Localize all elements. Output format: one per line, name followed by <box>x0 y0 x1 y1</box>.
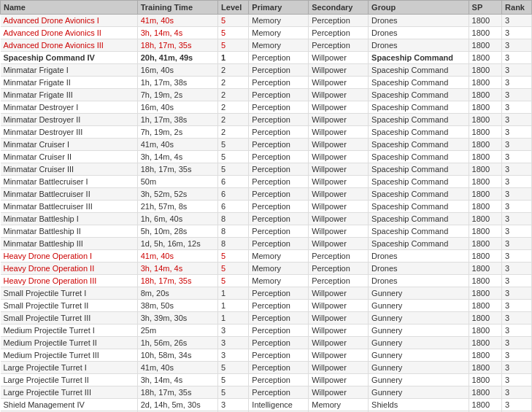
cell-sp: 1800 <box>469 163 502 176</box>
table-row: Heavy Drone Operation II 3h, 14m, 4s 5 M… <box>1 263 532 275</box>
cell-level: 2 <box>218 89 249 101</box>
table-row: Medium Projectile Turret III 10h, 58m, 3… <box>1 349 532 362</box>
cell-time: 21h, 57m, 8s <box>137 201 217 213</box>
cell-primary: Perception <box>249 386 309 399</box>
cell-name: Advanced Drone Avionics II <box>1 27 138 39</box>
cell-level: 1 <box>218 300 249 312</box>
cell-level: 1 <box>218 312 249 324</box>
cell-rank: 3 <box>502 77 532 89</box>
cell-name: Medium Projectile Turret III <box>1 349 138 362</box>
cell-primary: Perception <box>249 201 309 213</box>
table-row: Small Projectile Turret III 3h, 39m, 30s… <box>1 312 532 324</box>
cell-name: Minmatar Battlecruiser III <box>1 201 138 213</box>
cell-name: Minmatar Destroyer III <box>1 126 138 139</box>
cell-group: Spaceship Command <box>369 139 469 151</box>
cell-name: Minmatar Battlecruiser I <box>1 176 138 188</box>
cell-time: 41m, 40s <box>137 362 217 374</box>
cell-primary: Perception <box>249 188 309 201</box>
cell-time: 38m, 50s <box>137 300 217 312</box>
cell-time: 18h, 17m, 35s <box>137 275 217 287</box>
cell-secondary: Willpower <box>309 324 369 337</box>
cell-rank: 3 <box>502 176 532 188</box>
cell-secondary: Willpower <box>309 126 369 139</box>
cell-level: 1 <box>218 287 249 300</box>
cell-sp: 1800 <box>469 39 502 52</box>
cell-level: 2 <box>218 77 249 89</box>
cell-group: Spaceship Command <box>369 225 469 238</box>
cell-sp: 1800 <box>469 386 502 399</box>
cell-rank: 3 <box>502 201 532 213</box>
cell-secondary: Willpower <box>309 362 369 374</box>
cell-secondary: Willpower <box>309 225 369 238</box>
cell-secondary: Willpower <box>309 176 369 188</box>
cell-primary: Perception <box>249 89 309 101</box>
table-row: Large Projectile Turret III 18h, 17m, 35… <box>1 386 532 399</box>
cell-primary: Perception <box>249 374 309 386</box>
cell-sp: 1800 <box>469 250 502 263</box>
cell-level: 3 <box>218 399 249 411</box>
cell-secondary: Willpower <box>309 337 369 349</box>
table-row: Minmatar Frigate III 7h, 19m, 2s 2 Perce… <box>1 89 532 101</box>
cell-name: Advanced Drone Avionics I <box>1 15 138 27</box>
cell-rank: 3 <box>502 374 532 386</box>
cell-sp: 1800 <box>469 275 502 287</box>
cell-level: 5 <box>218 263 249 275</box>
cell-primary: Perception <box>249 213 309 225</box>
cell-sp: 1800 <box>469 263 502 275</box>
cell-group: Drones <box>369 15 469 27</box>
cell-secondary: Perception <box>309 263 369 275</box>
cell-group: Spaceship Command <box>369 126 469 139</box>
cell-name: Small Projectile Turret I <box>1 287 138 300</box>
cell-level: 2 <box>218 114 249 126</box>
cell-rank: 3 <box>502 238 532 250</box>
cell-sp: 1800 <box>469 324 502 337</box>
table-row: Minmatar Frigate I 16m, 40s 2 Perception… <box>1 64 532 77</box>
header-secondary: Secondary <box>309 1 369 15</box>
cell-time: 18h, 17m, 35s <box>137 39 217 52</box>
table-row: Medium Projectile Turret I 25m 3 Percept… <box>1 324 532 337</box>
cell-sp: 1800 <box>469 362 502 374</box>
cell-name: Large Projectile Turret I <box>1 362 138 374</box>
cell-level: 3 <box>218 349 249 362</box>
table-row: Minmatar Destroyer III 7h, 19m, 2s 2 Per… <box>1 126 532 139</box>
cell-sp: 1800 <box>469 151 502 163</box>
cell-primary: Perception <box>249 64 309 77</box>
cell-primary: Perception <box>249 300 309 312</box>
cell-secondary: Willpower <box>309 188 369 201</box>
skills-table: Name Training Time Level Primary Seconda… <box>0 0 532 412</box>
cell-primary: Perception <box>249 139 309 151</box>
cell-level: 6 <box>218 201 249 213</box>
cell-rank: 3 <box>502 15 532 27</box>
cell-group: Spaceship Command <box>369 188 469 201</box>
cell-time: 25m <box>137 324 217 337</box>
cell-group: Spaceship Command <box>369 101 469 114</box>
table-row: Minmatar Cruiser I 41m, 40s 5 Perception… <box>1 139 532 151</box>
cell-level: 5 <box>218 275 249 287</box>
cell-secondary: Willpower <box>309 201 369 213</box>
header-level: Level <box>218 1 249 15</box>
cell-secondary: Perception <box>309 15 369 27</box>
header-group: Group <box>369 1 469 15</box>
cell-sp: 1800 <box>469 349 502 362</box>
cell-group: Drones <box>369 263 469 275</box>
cell-rank: 3 <box>502 163 532 176</box>
cell-time: 3h, 14m, 4s <box>137 263 217 275</box>
cell-time: 1h, 17m, 38s <box>137 114 217 126</box>
cell-secondary: Willpower <box>309 163 369 176</box>
cell-sp: 1800 <box>469 399 502 411</box>
cell-sp: 1800 <box>469 27 502 39</box>
cell-sp: 1800 <box>469 64 502 77</box>
cell-time: 20h, 41m, 49s <box>137 52 217 64</box>
table-row: Minmatar Battlecruiser I 50m 6 Perceptio… <box>1 176 532 188</box>
header-name: Name <box>1 1 138 15</box>
cell-rank: 3 <box>502 27 532 39</box>
cell-primary: Perception <box>249 77 309 89</box>
header-time: Training Time <box>137 1 217 15</box>
cell-primary: Perception <box>249 101 309 114</box>
cell-rank: 3 <box>502 151 532 163</box>
cell-primary: Intelligence <box>249 399 309 411</box>
cell-sp: 1800 <box>469 238 502 250</box>
cell-primary: Perception <box>249 126 309 139</box>
cell-rank: 3 <box>502 225 532 238</box>
cell-sp: 1800 <box>469 201 502 213</box>
